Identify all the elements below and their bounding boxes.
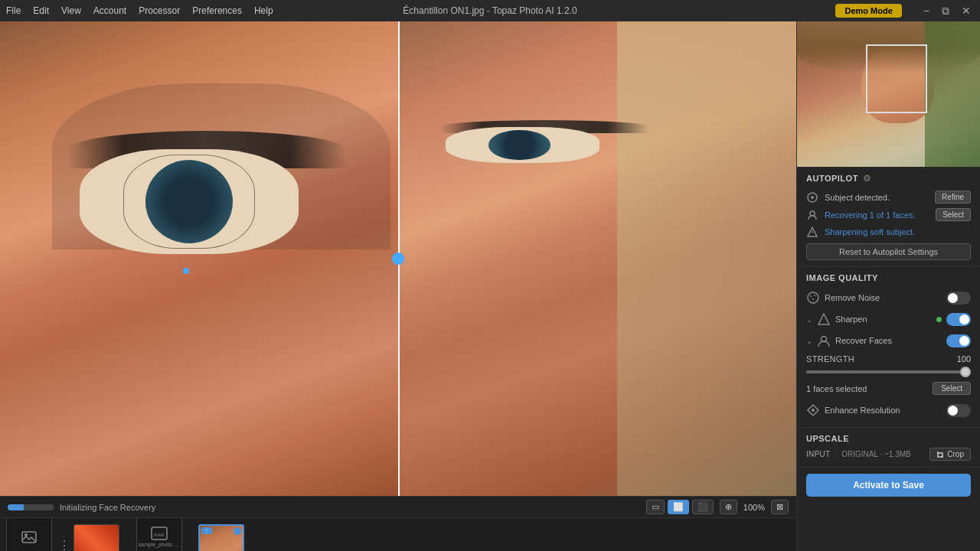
film-item-more[interactable]: ⋮: [201, 527, 212, 534]
svg-point-11: [814, 295, 815, 296]
window-title: Échantillon ON1.jpg - Topaz Photo AI 1.2…: [403, 5, 577, 16]
recover-faces-label: Recover Faces: [835, 336, 942, 345]
enhance-resolution-toggle[interactable]: [946, 404, 971, 417]
menu-preferences[interactable]: Preferences: [192, 5, 242, 16]
refine-button[interactable]: Refine: [935, 191, 971, 204]
strength-slider[interactable]: [806, 365, 971, 379]
raw-icon: RAW: [150, 526, 168, 541]
input-value: ORIGINAL · ~1.3MB: [841, 450, 911, 458]
maximize-button[interactable]: ⧉: [939, 3, 952, 19]
recover-faces-collapse-arrow[interactable]: ⌄: [806, 337, 812, 345]
split-handle[interactable]: [392, 253, 404, 265]
crop-button[interactable]: Crop: [929, 448, 971, 461]
menu-account[interactable]: Account: [93, 5, 126, 16]
autopilot-header: AUTOPILOT ⚙: [806, 173, 971, 184]
faces-select-button[interactable]: Select: [933, 382, 971, 395]
loading-row: Initializing Face Recovery: [8, 503, 155, 512]
sharpening-icon: [806, 226, 818, 238]
menu-edit[interactable]: Edit: [33, 5, 49, 16]
svg-marker-13: [818, 314, 829, 324]
photo-icon: [20, 528, 38, 546]
enhance-resolution-icon: [806, 403, 820, 417]
view-split-h-button[interactable]: ⬛: [692, 500, 714, 514]
close-button[interactable]: ✕: [959, 3, 974, 19]
zoom-controls: ▭ ⬜ ⬛ ⊕ 100% ⊠: [646, 500, 789, 514]
svg-point-12: [812, 298, 814, 300]
filmstrip-more[interactable]: ⋮: [58, 538, 70, 551]
sharpen-collapse-arrow[interactable]: ⌄: [806, 315, 812, 324]
recover-faces-row: ⌄ Recover Faces: [806, 330, 971, 351]
sharpen-active-dot: [936, 317, 942, 322]
zoom-out-button[interactable]: ⊕: [720, 500, 737, 514]
demo-mode-button[interactable]: Demo Mode: [835, 4, 901, 18]
enhance-resolution-toggle-knob: [948, 406, 958, 416]
sharpen-toggle[interactable]: [946, 313, 971, 326]
preview-thumbnail: [797, 21, 980, 167]
view-single-button[interactable]: ▭: [646, 500, 665, 514]
autopilot-sharpening-row: Sharpening soft subject.: [806, 223, 971, 240]
zoom-value: 100%: [743, 503, 765, 512]
enhance-resolution-label: Enhance Resolution: [825, 406, 942, 415]
svg-point-5: [811, 196, 814, 199]
recovering-icon: [806, 209, 818, 221]
menu-help[interactable]: Help: [254, 5, 273, 16]
image-viewer: Initializing Face Recovery ▭ ⬜ ⬛ ⊕ 100% …: [0, 21, 796, 551]
upscale-section: UPSCALE INPUT : ORIGINAL · ~1.3MB Crop: [797, 428, 980, 468]
svg-point-10: [810, 295, 812, 297]
progress-bar-container: [8, 504, 54, 510]
svg-point-15: [812, 409, 815, 412]
autopilot-section: AUTOPILOT ⚙ Subject detected. Refine Rec…: [797, 167, 980, 267]
recovering-text: Recovering 1 of 1 faces.: [825, 210, 929, 220]
status-bar: Initializing Face Recovery ▭ ⬜ ⬛ ⊕ 100% …: [0, 496, 796, 517]
recover-faces-toggle[interactable]: [946, 334, 971, 347]
filmstrip-item-4[interactable]: ⋮: [198, 524, 244, 552]
main-layout: Initializing Face Recovery ▭ ⬜ ⬛ ⊕ 100% …: [0, 21, 980, 551]
filmstrip-item-2[interactable]: [74, 524, 119, 552]
menu-file[interactable]: File: [6, 5, 21, 16]
upscale-title: UPSCALE: [806, 434, 849, 443]
reset-autopilot-button[interactable]: Reset to Autopilot Settings: [806, 243, 971, 260]
sharpening-text: Sharpening soft subject.: [825, 227, 971, 236]
menu-view[interactable]: View: [61, 5, 81, 16]
strength-slider-thumb[interactable]: [960, 367, 971, 377]
fit-button[interactable]: ⊠: [771, 500, 789, 514]
remove-noise-icon: [806, 291, 820, 305]
image-quality-section: IMAGE QUALITY Remove Noise ⌄ Sharpen: [797, 267, 980, 428]
recover-faces-icon: [817, 334, 831, 347]
remove-noise-row: Remove Noise: [806, 287, 971, 308]
upscale-header: UPSCALE: [806, 434, 971, 443]
input-label: INPUT: [806, 450, 831, 458]
strength-slider-fill: [806, 370, 971, 373]
autopilot-recovering-row: Recovering 1 of 1 faces. Select: [806, 206, 971, 223]
minimize-button[interactable]: −: [920, 3, 933, 19]
crop-icon: [936, 451, 944, 458]
status-text: Initializing Face Recovery: [60, 503, 155, 512]
svg-rect-0: [22, 532, 36, 543]
menu-bar: File Edit View Account Processor Prefere…: [0, 0, 980, 21]
recovering-select-button[interactable]: Select: [936, 208, 971, 221]
strength-row: STRENGTH 100: [806, 354, 971, 364]
filmstrip: ⌃ ⌄ ⋮ RAW sample_photo.CR2: [0, 517, 796, 551]
view-split-v-button[interactable]: ⬜: [668, 500, 689, 514]
sharpen-row: ⌄ Sharpen: [806, 308, 971, 330]
strength-label: STRENGTH: [806, 354, 854, 364]
image-quality-title: IMAGE QUALITY: [806, 273, 878, 282]
split-image: [0, 21, 796, 496]
image-quality-header: IMAGE QUALITY: [806, 273, 971, 282]
enhance-resolution-row: Enhance Resolution: [806, 399, 971, 421]
remove-noise-toggle-knob: [948, 293, 958, 303]
activate-save-button[interactable]: Activate to Save: [806, 474, 971, 497]
menu-processor[interactable]: Processor: [139, 5, 180, 16]
thumbnail-selection-rect: [866, 44, 927, 113]
autopilot-subject-row: Subject detected. Refine: [806, 188, 971, 206]
filmstrip-item-3[interactable]: RAW sample_photo.CR2: [136, 517, 182, 551]
autopilot-gear-icon[interactable]: ⚙: [863, 173, 871, 184]
strength-slider-track: [806, 370, 971, 373]
progress-bar-fill: [8, 504, 24, 510]
filmstrip-item-1[interactable]: [6, 517, 52, 551]
sharpen-label: Sharpen: [835, 315, 932, 324]
after-image: [398, 21, 796, 496]
remove-noise-toggle[interactable]: [946, 292, 971, 305]
faces-selected-text: 1 faces selected: [806, 384, 867, 393]
subject-icon: [806, 191, 818, 204]
